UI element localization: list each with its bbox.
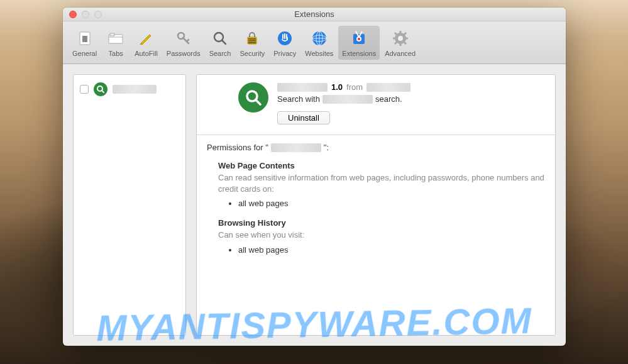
permission-heading: Browsing History (218, 218, 545, 228)
perm-title-prefix: Permissions for " (207, 143, 268, 152)
tab-label: AutoFill (135, 50, 158, 57)
svg-rect-3 (110, 33, 114, 36)
tab-privacy[interactable]: Privacy (270, 26, 300, 60)
tab-label: Security (240, 50, 265, 57)
permission-list: all web pages (238, 245, 545, 255)
lock-icon (242, 28, 262, 48)
extension-enable-checkbox[interactable] (80, 85, 89, 94)
extension-author-redacted (366, 83, 410, 92)
svg-point-13 (358, 38, 360, 40)
extension-name-redacted (113, 85, 157, 94)
extension-list-item[interactable] (77, 79, 182, 100)
traffic-lights (63, 11, 102, 18)
tab-label: Extensions (342, 50, 376, 57)
permissions-title: Permissions for " ": (207, 143, 545, 152)
tab-advanced[interactable]: Advanced (381, 26, 419, 60)
tab-security[interactable]: Security (236, 26, 268, 60)
gear-icon (390, 28, 410, 48)
divider (197, 135, 555, 135)
tab-label: Passwords (167, 50, 201, 57)
search-icon (210, 28, 230, 48)
tab-websites[interactable]: Websites (301, 26, 337, 60)
general-icon (75, 28, 95, 48)
tab-autofill[interactable]: AutoFill (131, 26, 162, 60)
globe-icon (309, 28, 329, 48)
tab-search[interactable]: Search (206, 26, 235, 60)
extension-info: 1.0 from Search with search. Uninstall (277, 82, 545, 124)
tab-label: Tabs (109, 50, 123, 57)
permission-section-web-contents: Web Page Contents Can read sensitive inf… (218, 161, 545, 208)
permission-heading: Web Page Contents (218, 161, 545, 170)
preferences-window: Extensions General Tabs AutoFill Passwor… (63, 8, 566, 346)
permission-section-history: Browsing History Can see when you visit:… (218, 218, 545, 254)
extension-title-line: 1.0 from (277, 82, 545, 92)
permission-item: all web pages (238, 245, 545, 255)
permission-list: all web pages (238, 199, 545, 208)
extension-name-redacted (277, 83, 328, 92)
permission-description: Can see when you visit: (218, 229, 545, 241)
permission-item: all web pages (238, 199, 545, 208)
preferences-toolbar: General Tabs AutoFill Passwords Search (63, 21, 566, 64)
uninstall-button[interactable]: Uninstall (277, 111, 330, 124)
from-label: from (346, 82, 363, 92)
extension-details: 1.0 from Search with search. Uninstall P… (196, 74, 556, 336)
extension-name-redacted (271, 143, 321, 152)
content-area: 1.0 from Search with search. Uninstall P… (63, 64, 566, 346)
desc-suffix: search. (375, 94, 402, 104)
tab-label: Privacy (273, 50, 296, 57)
hand-icon (275, 28, 295, 48)
tab-general[interactable]: General (69, 26, 101, 60)
tab-label: General (72, 50, 97, 57)
extension-version: 1.0 (331, 82, 343, 92)
extensions-icon (349, 28, 369, 48)
perm-title-suffix: ": (324, 143, 329, 152)
permission-description: Can read sensitive information from web … (218, 172, 545, 195)
extensions-sidebar (73, 74, 186, 336)
extension-provider-redacted (322, 95, 373, 104)
tab-passwords[interactable]: Passwords (163, 26, 204, 60)
maximize-button[interactable] (94, 11, 102, 18)
extension-icon (94, 82, 107, 96)
svg-point-15 (398, 36, 403, 41)
titlebar[interactable]: Extensions (63, 8, 566, 21)
close-button[interactable] (69, 11, 77, 18)
extension-header: 1.0 from Search with search. Uninstall (207, 82, 545, 132)
key-icon (174, 28, 194, 48)
minimize-button[interactable] (82, 11, 89, 18)
desc-prefix: Search with (277, 94, 320, 104)
tabs-icon (106, 28, 126, 48)
tab-label: Websites (305, 50, 333, 57)
extension-description: Search with search. (277, 94, 545, 104)
tab-label: Advanced (385, 50, 416, 57)
autofill-icon (136, 28, 156, 48)
window-title: Extensions (63, 9, 566, 19)
tab-label: Search (209, 50, 231, 57)
tab-extensions[interactable]: Extensions (338, 26, 380, 60)
svg-rect-1 (82, 36, 87, 42)
tab-tabs[interactable]: Tabs (102, 26, 129, 60)
extension-icon-large (238, 82, 268, 113)
